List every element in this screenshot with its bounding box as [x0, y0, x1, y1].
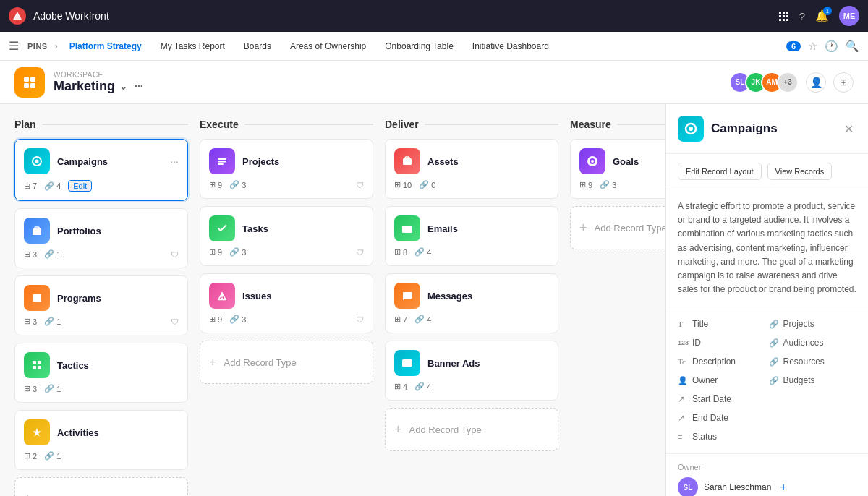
plan-cards: Campaigns ··· ⊞ 7 🔗 4 true Edit [14, 139, 188, 496]
card-messages[interactable]: Messages ⊞ 7 🔗 4 [385, 273, 558, 333]
pin-tasks-report[interactable]: My Tasks Report [153, 38, 232, 54]
campaigns-more-icon[interactable]: ··· [170, 155, 179, 167]
card-issues[interactable]: Issues ⊞ 9 🔗 3 🛡 [200, 273, 373, 333]
tasks-title: Tasks [242, 223, 364, 234]
field-empty2 [769, 411, 857, 424]
pin-initiative-dashboard[interactable]: Initiative Dashboard [465, 38, 556, 54]
add-record-execute[interactable]: + Add Record Type [200, 341, 373, 384]
card-banner-ads[interactable]: Banner Ads ⊞ 4 🔗 4 [385, 341, 558, 401]
field-resources-link: 🔗 Resources [769, 355, 857, 368]
owner-section: Owner SL Sarah Lieschman + [666, 453, 868, 496]
user-avatar[interactable]: ME [839, 6, 859, 26]
pin-onboarding-table[interactable]: Onboarding Table [378, 38, 461, 54]
svg-rect-14 [218, 163, 224, 165]
pin-areas-ownership[interactable]: Areas of Ownership [283, 38, 373, 54]
add-execute-label: Add Record Type [224, 357, 297, 368]
field-description: Tc Description [678, 355, 766, 368]
campaigns-edit-button[interactable]: Edit [68, 180, 92, 192]
add-record-deliver[interactable]: + Add Record Type [385, 408, 558, 451]
pin-boards[interactable]: Boards [237, 38, 278, 54]
svg-rect-16 [402, 226, 412, 233]
fields-icon: ⊞ [24, 181, 30, 191]
owner-avatar: SL [678, 477, 698, 496]
field-end-date: ↗ End Date [678, 411, 766, 424]
workspace-info: WORKSPACE Marketing ⌄ ··· [54, 71, 143, 94]
goals-title: Goals [613, 156, 665, 167]
field-status: ≡ Status [678, 430, 766, 443]
svg-rect-8 [33, 361, 36, 364]
campaigns-title: Campaigns [57, 156, 163, 167]
assets-title: Assets [427, 156, 549, 167]
budgets-link-icon: 🔗 [769, 376, 779, 385]
search-icon[interactable]: 🔍 [846, 40, 859, 53]
grid-icon[interactable] [779, 12, 789, 21]
card-tasks[interactable]: Tasks ⊞ 9 🔗 3 🛡 [200, 206, 373, 266]
hamburger-icon[interactable]: ☰ [9, 39, 19, 53]
top-navigation: Adobe Workfront ? 🔔 1 ME [0, 0, 868, 32]
add-record-plan[interactable]: + Add Record Type [14, 477, 188, 496]
card-tactics[interactable]: Tactics ⊞ 3 🔗 1 [14, 343, 188, 403]
add-deliver-label: Add Record Type [409, 424, 482, 435]
add-record-measure[interactable]: + Add Record Type [570, 206, 665, 249]
workspace-header: WORKSPACE Marketing ⌄ ··· SL JK AM +3 👤 … [0, 61, 868, 104]
svg-rect-1 [30, 77, 35, 82]
card-projects[interactable]: Projects ⊞ 9 🔗 3 🛡 [200, 139, 373, 199]
card-campaigns[interactable]: Campaigns ··· ⊞ 7 🔗 4 true Edit [14, 139, 188, 201]
programs-icon [24, 285, 50, 311]
field-audiences-link: 🔗 Audiences [769, 336, 857, 349]
svg-rect-7 [33, 294, 41, 302]
panel-title: Campaigns [711, 121, 834, 136]
edit-layout-button[interactable]: Edit Record Layout [678, 163, 762, 180]
detail-panel: Campaigns ✕ Edit Record Layout View Reco… [665, 104, 868, 496]
projects-link-icon: 🔗 [769, 320, 779, 329]
tactics-title: Tactics [57, 360, 179, 371]
card-activities[interactable]: Activities ⊞ 2 🔗 1 [14, 410, 188, 470]
column-measure: Measure Goals ⊞ 9 [570, 119, 665, 482]
svg-rect-6 [33, 228, 41, 235]
card-assets[interactable]: Assets ⊞ 10 🔗 0 [385, 139, 558, 199]
emails-icon [394, 215, 420, 241]
owner-add-button[interactable]: + [780, 481, 786, 494]
emails-title: Emails [427, 223, 549, 234]
card-portfolios[interactable]: Portfolios ⊞ 3 🔗 1 🛡 [14, 208, 188, 268]
workspace-name: Marketing ⌄ ··· [54, 79, 143, 94]
banner-ads-icon [394, 350, 420, 376]
nav-left: Adobe Workfront [9, 7, 109, 25]
description-type-icon: Tc [678, 357, 688, 366]
add-deliver-icon: + [394, 422, 402, 437]
start-date-icon: ↗ [678, 394, 688, 404]
workspace-chevron-icon[interactable]: ⌄ [119, 81, 127, 92]
projects-shield-icon: 🛡 [356, 181, 364, 189]
help-icon[interactable]: ? [799, 10, 805, 22]
issues-icon [209, 283, 235, 309]
owner-section-label: Owner [678, 463, 856, 471]
workspace-more-icon[interactable]: ··· [135, 80, 143, 92]
tasks-shield-icon: 🛡 [356, 248, 364, 257]
history-icon[interactable]: 🕐 [825, 40, 838, 53]
card-emails[interactable]: Emails ⊞ 8 🔗 4 [385, 206, 558, 266]
svg-rect-9 [38, 361, 41, 364]
projects-icon [209, 148, 235, 174]
panel-close-button[interactable]: ✕ [841, 119, 856, 139]
pin-platform-strategy[interactable]: Platform Strategy [62, 38, 149, 54]
card-programs[interactable]: Programs ⊞ 3 🔗 1 🛡 [14, 275, 188, 335]
share-button[interactable]: 👤 [806, 72, 826, 93]
pins-chevron-icon: › [55, 41, 58, 51]
expand-button[interactable]: ⊞ [833, 72, 854, 93]
workspace-icon [14, 67, 45, 98]
programs-shield-icon: 🛡 [171, 317, 179, 326]
add-plan-label: Add Record Type [39, 494, 111, 497]
projects-title: Projects [242, 156, 364, 167]
card-goals[interactable]: Goals ⊞ 9 🔗 3 [570, 139, 665, 199]
bell-icon[interactable]: 🔔 1 [815, 9, 829, 22]
view-records-button[interactable]: View Records [767, 163, 833, 180]
panel-fields: T Title 🔗 Projects 123 ID 🔗 Audiences Tc [666, 307, 868, 453]
add-measure-label: Add Record Type [595, 223, 665, 234]
svg-rect-10 [33, 366, 36, 369]
star-icon[interactable]: ☆ [808, 40, 817, 53]
nav-right: ? 🔔 1 ME [779, 6, 859, 26]
panel-description: A strategic effort to promote a product,… [666, 189, 868, 307]
links-icon: 🔗 [44, 181, 54, 191]
add-measure-icon: + [579, 221, 587, 236]
banner-ads-title: Banner Ads [427, 358, 549, 369]
